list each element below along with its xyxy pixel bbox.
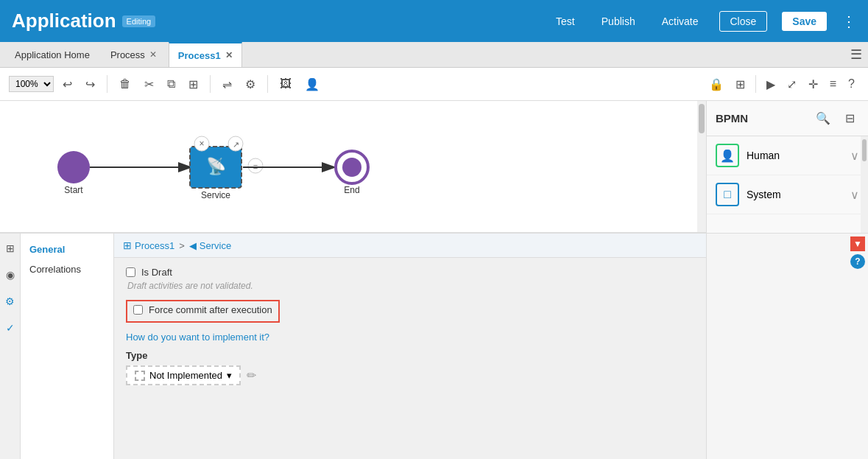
service-bread-icon: ◀ (189, 240, 197, 251)
tabs-menu-icon[interactable]: ☰ (850, 46, 862, 63)
image-button[interactable]: 🖼 (275, 74, 296, 94)
close-button[interactable]: Close (719, 11, 768, 32)
sidebar-icon-grid[interactable]: ⊞ (1, 239, 19, 257)
system-label: System (747, 189, 843, 200)
editing-badge: Editing (122, 15, 156, 27)
crosshair-button[interactable]: ✛ (804, 74, 822, 94)
breadcrumb-process[interactable]: ⊞ Process1 (123, 239, 174, 251)
properties-fields: Is Draft Draft activities are not valida… (114, 258, 706, 394)
nav-correlations[interactable]: Correlations (21, 259, 113, 279)
force-commit-label: Force commit after execution (149, 304, 272, 315)
type-label: Type (126, 350, 694, 361)
publish-button[interactable]: Publish (596, 13, 641, 30)
toolbar: 100% 75% 150% ↩ ↪ 🗑 ✂ ⧉ ⊞ ⇌ ⚙ 🖼 👤 🔒 ⊞ ▶ … (0, 68, 868, 101)
not-implemented-icon (135, 371, 145, 381)
save-button[interactable]: Save (782, 12, 827, 31)
type-select-row: Not Implemented ▾ ✏ (126, 365, 694, 385)
list-button[interactable]: ≡ (825, 74, 841, 94)
force-commit-checkbox[interactable] (133, 305, 143, 315)
canvas-section: Start 📡 Service × ↗ (0, 101, 706, 459)
redo-button[interactable]: ↪ (81, 74, 99, 94)
bpmn-search-button[interactable]: 🔍 (811, 108, 835, 128)
delete-button[interactable]: 🗑 (115, 74, 135, 94)
draft-hint: Draft activities are not validated. (127, 281, 694, 291)
tab-process1-close[interactable]: ✕ (225, 50, 233, 60)
end-node-inner (342, 158, 361, 177)
end-label: End (344, 185, 359, 195)
human-icon-box: 👤 (716, 144, 739, 167)
collapse-toggle-button[interactable]: ▼ (850, 236, 865, 251)
service-icon: 📡 (206, 156, 227, 176)
person-button[interactable]: 👤 (300, 74, 324, 94)
system-chevron: ∨ (850, 188, 859, 202)
type-edit-button[interactable]: ✏ (247, 368, 256, 382)
bpmn-title: BPMN (716, 112, 748, 125)
bpmn-header: BPMN 🔍 ⊟ (707, 101, 868, 136)
lock-button[interactable]: 🔒 (705, 74, 728, 94)
bpmn-human-item[interactable]: 👤 Human ∨ (707, 136, 868, 175)
canvas-scrollbar[interactable] (697, 101, 706, 232)
breadcrumb-service[interactable]: ◀ Service (189, 240, 231, 251)
is-draft-row: Is Draft (126, 267, 694, 278)
human-icon: 👤 (720, 149, 735, 163)
breadcrumb-arrow: > (179, 240, 185, 251)
toolbar-divider-4 (755, 75, 756, 93)
bpmn-panel: BPMN 🔍 ⊟ 👤 Human ∨ □ (706, 101, 868, 459)
paste-button[interactable]: ⊞ (184, 74, 202, 94)
toolbar-divider-1 (107, 75, 107, 93)
settings-button[interactable]: ⚙ (241, 74, 260, 94)
bpmn-system-item[interactable]: □ System ∨ (707, 175, 868, 214)
undo-button[interactable]: ↩ (58, 74, 77, 94)
service-delete-icon: × (199, 139, 204, 149)
tab-process[interactable]: Process ✕ (102, 42, 166, 67)
how-implement-link[interactable]: How do you want to implement it? (126, 332, 694, 343)
help-button[interactable]: ? (850, 254, 865, 269)
bottom-section: ⊞ ◉ ⚙ ✓ General Correlations ⊞ Process1 … (0, 234, 706, 459)
play-button[interactable]: ▶ (762, 74, 780, 94)
sidebar-icon-circle[interactable]: ◉ (1, 266, 19, 284)
test-button[interactable]: Test (550, 13, 581, 30)
fit-button[interactable]: ⤢ (783, 74, 801, 94)
tabs-bar: Application Home Process ✕ Process1 ✕ ☰ (0, 42, 868, 68)
is-draft-checkbox[interactable] (126, 267, 135, 277)
activate-button[interactable]: Activate (656, 13, 705, 30)
more-options-button[interactable]: ⋮ (841, 13, 856, 30)
tab-process-close[interactable]: ✕ (149, 49, 157, 60)
header-actions: Test Publish Activate Close Save ⋮ (550, 11, 856, 32)
nav-general[interactable]: General (21, 239, 113, 259)
zoom-select[interactable]: 100% 75% 150% (9, 76, 54, 92)
bpmn-scroll-thumb (862, 139, 867, 161)
start-node[interactable] (57, 151, 90, 183)
canvas-scroll-thumb (699, 104, 705, 133)
toolbar-divider-3 (267, 75, 268, 93)
is-draft-label: Is Draft (141, 267, 172, 278)
split-button[interactable]: ⇌ (218, 74, 236, 94)
help-toolbar-button[interactable]: ? (844, 74, 859, 94)
bpmn-layout-button[interactable]: ⊟ (841, 108, 859, 128)
copy-button[interactable]: ⧉ (163, 74, 180, 94)
properties-nav: General Correlations (21, 234, 114, 459)
human-label: Human (747, 150, 843, 161)
canvas-diagram[interactable]: Start 📡 Service × ↗ (0, 101, 706, 234)
left-icon-strip: ⊞ ◉ ⚙ ✓ (0, 234, 21, 459)
sidebar-icon-check[interactable]: ✓ (1, 319, 19, 337)
tab-process1[interactable]: Process1 ✕ (169, 42, 242, 67)
tab-application-home[interactable]: Application Home (6, 42, 99, 67)
app-title: Application (12, 10, 116, 32)
not-implemented-button[interactable]: Not Implemented ▾ (126, 365, 241, 385)
breadcrumb: ⊞ Process1 > ◀ Service (114, 234, 706, 258)
service-label: Service (201, 190, 230, 200)
sidebar-icon-gear[interactable]: ⚙ (1, 292, 19, 310)
bpmn-header-actions: 🔍 ⊟ (811, 108, 859, 128)
system-icon-box: □ (716, 183, 739, 206)
type-dropdown-arrow: ▾ (227, 370, 232, 381)
grid-button[interactable]: ⊞ (731, 74, 749, 94)
cut-button[interactable]: ✂ (140, 74, 158, 94)
bpmn-scrollbar[interactable] (861, 136, 868, 233)
bpmn-bottom-controls: ▼ ? (707, 234, 868, 459)
process-icon: ⊞ (123, 239, 132, 251)
process-diagram-svg: Start 📡 Service × ↗ (0, 101, 692, 232)
toolbar-divider-2 (210, 75, 211, 93)
force-commit-container: Force commit after execution (126, 300, 280, 323)
force-commit-row: Force commit after execution (133, 304, 272, 315)
